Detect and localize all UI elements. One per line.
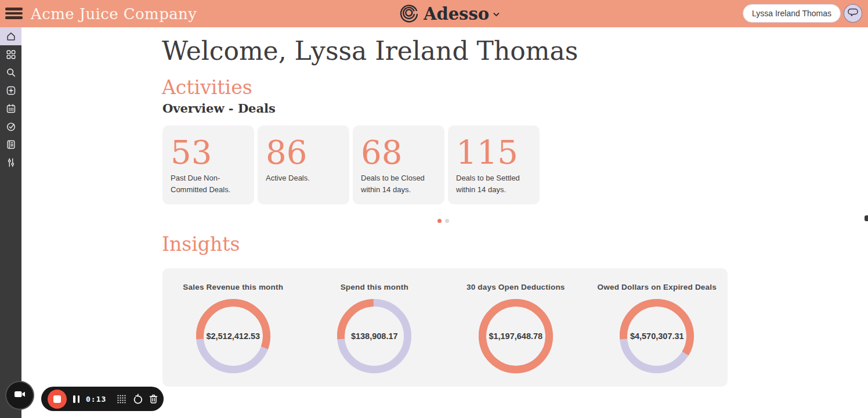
stat-label: Deals to be Settled within 14 days. bbox=[456, 172, 535, 196]
insights-panel: Sales Revenue this month $2,512,412.53 S… bbox=[162, 268, 728, 387]
sidebar-item-search[interactable] bbox=[0, 63, 21, 81]
add-square-icon bbox=[6, 85, 16, 96]
sidebar-item-calendar[interactable] bbox=[0, 99, 21, 117]
pause-button[interactable] bbox=[72, 395, 81, 403]
chat-button[interactable] bbox=[844, 4, 862, 23]
stat-value: 115 bbox=[456, 134, 535, 172]
welcome-heading: Welcome, Lyssa Ireland Thomas bbox=[162, 36, 578, 66]
recording-toolbar: 0:13 bbox=[41, 387, 164, 411]
search-icon bbox=[6, 67, 16, 78]
user-name: Lyssa Ireland Thomas bbox=[752, 9, 831, 18]
carousel-pagination bbox=[437, 219, 449, 223]
sliders-icon bbox=[6, 157, 16, 168]
notebook-icon bbox=[6, 139, 16, 150]
chart-title: Spend this month bbox=[341, 283, 408, 291]
adesso-spiral-icon bbox=[399, 2, 419, 26]
hamburger-menu-icon[interactable] bbox=[5, 5, 23, 22]
insights-heading: Insights bbox=[162, 233, 240, 255]
stat-label: Active Deals. bbox=[266, 172, 345, 184]
pagination-dot-2[interactable] bbox=[445, 219, 449, 223]
sidebar-item-add[interactable] bbox=[0, 81, 21, 99]
chart-title: Owed Dollars on Expired Deals bbox=[598, 283, 717, 291]
calendar-icon bbox=[6, 103, 16, 114]
adesso-logo-text: Adesso bbox=[424, 4, 489, 24]
sidebar-item-tasks[interactable] bbox=[0, 117, 21, 135]
sidebar-item-apps[interactable] bbox=[0, 45, 21, 63]
restart-recording-button[interactable] bbox=[132, 394, 143, 405]
delete-recording-button[interactable] bbox=[148, 394, 159, 405]
stat-value: 53 bbox=[171, 134, 249, 172]
chart-value: $4,570,307.31 bbox=[620, 299, 694, 373]
chart-title: 30 days Open Deductions bbox=[466, 283, 565, 291]
apps-grid-icon bbox=[6, 49, 16, 60]
edge-handle[interactable] bbox=[865, 215, 868, 221]
activities-heading: Activities bbox=[162, 76, 252, 99]
donut-chart: $4,570,307.31 bbox=[620, 299, 694, 373]
stop-recording-button[interactable] bbox=[48, 390, 67, 409]
stat-card-deals-closing[interactable]: 68 Deals to be Closed within 14 days. bbox=[353, 125, 444, 204]
home-icon bbox=[6, 31, 16, 42]
chevron-down-icon bbox=[493, 9, 500, 19]
insight-open-deductions: 30 days Open Deductions $1,197,648.78 bbox=[445, 268, 587, 387]
stat-cards: 53 Past Due Non-Committed Deals. 86 Acti… bbox=[162, 125, 540, 204]
donut-chart: $138,908.17 bbox=[337, 299, 411, 373]
stat-label: Deals to be Closed within 14 days. bbox=[361, 172, 440, 196]
stat-label: Past Due Non-Committed Deals. bbox=[171, 172, 249, 196]
overview-deals-subheading: Overview - Deals bbox=[162, 101, 276, 116]
sidebar-item-notebook[interactable] bbox=[0, 135, 21, 153]
chart-value: $138,908.17 bbox=[337, 299, 411, 373]
chart-title: Sales Revenue this month bbox=[183, 283, 283, 291]
check-circle-icon bbox=[6, 121, 16, 132]
stat-value: 68 bbox=[361, 134, 440, 172]
donut-chart: $2,512,412.53 bbox=[196, 299, 270, 373]
header: Acme Juice Company Adesso Lyssa Ireland … bbox=[0, 0, 868, 27]
stat-card-past-due[interactable]: 53 Past Due Non-Committed Deals. bbox=[162, 125, 254, 204]
insight-owed-expired: Owed Dollars on Expired Deals $4,570,307… bbox=[587, 268, 728, 387]
stat-card-deals-settling[interactable]: 115 Deals to be Settled within 14 days. bbox=[448, 125, 540, 204]
page: Acme Juice Company Adesso Lyssa Ireland … bbox=[0, 0, 868, 418]
sidebar bbox=[0, 27, 21, 418]
video-camera-icon bbox=[13, 388, 26, 402]
stat-card-active-deals[interactable]: 86 Active Deals. bbox=[258, 125, 349, 204]
sidebar-item-home[interactable] bbox=[0, 27, 21, 45]
sidebar-item-filters[interactable] bbox=[0, 153, 21, 171]
recording-timer: 0:13 bbox=[86, 395, 106, 403]
camera-bubble-button[interactable] bbox=[5, 381, 34, 410]
chart-value: $1,197,648.78 bbox=[479, 299, 553, 373]
chat-bubble-icon bbox=[847, 7, 859, 20]
stat-value: 86 bbox=[266, 134, 345, 172]
pagination-dot-1[interactable] bbox=[437, 219, 442, 223]
drag-dots-button[interactable] bbox=[117, 394, 126, 404]
app-title: Acme Juice Company bbox=[31, 0, 197, 27]
insight-spend: Spend this month $138,908.17 bbox=[304, 268, 446, 387]
insight-sales-revenue: Sales Revenue this month $2,512,412.53 bbox=[162, 268, 304, 387]
donut-chart: $1,197,648.78 bbox=[479, 299, 553, 373]
chart-value: $2,512,412.53 bbox=[196, 299, 270, 373]
adesso-logo[interactable]: Adesso bbox=[399, 0, 500, 27]
user-menu-button[interactable]: Lyssa Ireland Thomas bbox=[743, 4, 841, 23]
